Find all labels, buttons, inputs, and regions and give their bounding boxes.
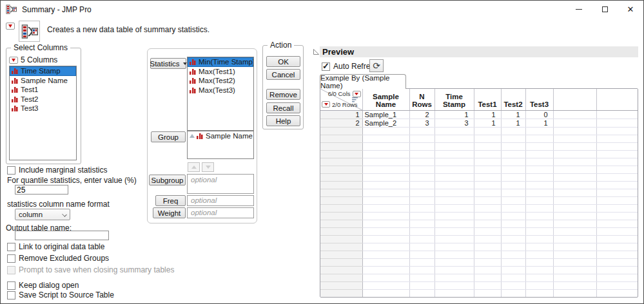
cell-empty	[501, 258, 525, 266]
cell[interactable]: 3	[434, 119, 474, 127]
cell-empty	[596, 189, 638, 196]
column-header-test1[interactable]: Test1	[474, 89, 501, 110]
cancel-button[interactable]: Cancel	[266, 69, 300, 80]
keep-open-checkbox[interactable]	[7, 281, 15, 290]
cell-empty	[434, 150, 474, 158]
subgroup-dropzone[interactable]: optional	[187, 174, 254, 194]
cell[interactable]: 2	[409, 110, 434, 119]
cell-empty	[362, 166, 409, 173]
group-button[interactable]: Group	[151, 131, 186, 142]
output-table-input[interactable]	[15, 231, 109, 240]
cell-empty	[501, 227, 525, 235]
table-row-empty	[320, 281, 638, 289]
cell-empty	[553, 266, 596, 274]
save-script-checkbox[interactable]	[7, 291, 15, 299]
cell-empty	[553, 243, 596, 251]
maximize-button[interactable]	[592, 1, 618, 18]
summary-platform-icon-button[interactable]	[19, 21, 40, 42]
cell-empty	[409, 196, 434, 204]
row-number	[320, 135, 362, 142]
platform-red-triangle-menu[interactable]	[6, 23, 15, 30]
recall-button[interactable]: Recall	[266, 102, 300, 113]
columns-menu[interactable]: 5 Columns	[9, 55, 57, 64]
table-corner[interactable]: 6/0 Cols 2/0 Rows	[320, 89, 362, 110]
columns-menu-red-triangle[interactable]	[353, 91, 361, 97]
columns-red-triangle-icon	[9, 57, 18, 64]
column-header-test2[interactable]: Test2	[501, 89, 525, 110]
table-row-empty	[320, 243, 638, 251]
quantile-input[interactable]	[15, 185, 68, 195]
cell-empty	[525, 251, 553, 258]
remove-button[interactable]: Remove	[266, 89, 300, 100]
statistics-menu-button[interactable]: Statistics	[150, 58, 186, 69]
column-item-sample-name[interactable]: Sample Name	[10, 76, 76, 86]
column-item-test2[interactable]: Test2	[10, 95, 76, 104]
column-item-test3[interactable]: Test3	[10, 104, 76, 113]
move-up-button[interactable]	[188, 162, 200, 172]
cell[interactable]: 1	[474, 119, 501, 127]
ok-button[interactable]: OK	[266, 56, 300, 67]
cell-empty	[596, 204, 638, 212]
include-marginal-checkbox[interactable]	[7, 166, 15, 175]
table-row[interactable]: 2 Sample_2 3 3 1 1 1	[320, 119, 638, 127]
histogram-column-icon	[12, 77, 18, 84]
weight-button[interactable]: Weight	[153, 207, 186, 218]
cell-empty	[525, 189, 553, 196]
close-button[interactable]: ✕	[618, 1, 643, 18]
cell[interactable]: 1	[525, 119, 553, 127]
column-item-time-stamp[interactable]: Time Stamp	[10, 66, 76, 76]
tab-example-by-sample-name[interactable]: Example By (Sample Name)	[320, 74, 406, 89]
cell-empty	[501, 220, 525, 227]
preview-disclosure-icon[interactable]	[313, 48, 320, 55]
rows-menu-red-triangle[interactable]	[322, 101, 330, 108]
auto-refresh-checkbox[interactable]	[322, 62, 330, 71]
name-format-dropdown[interactable]: column	[15, 209, 70, 220]
statistics-item[interactable]: Max(Test2)	[188, 76, 253, 86]
column-header-sample-name[interactable]: Sample Name	[362, 89, 409, 110]
table-header-row: 6/0 Cols 2/0 Rows Sample Name N Rows Tim…	[320, 89, 638, 110]
move-down-button[interactable]	[202, 162, 214, 172]
cell[interactable]: 1	[434, 110, 474, 119]
include-marginal-checkbox-row: Include marginal statistics	[7, 166, 107, 175]
cell[interactable]: Sample_2	[362, 119, 409, 127]
cell-empty	[362, 150, 409, 158]
statistics-item[interactable]: Min(Time Stamp)	[188, 57, 253, 67]
statistics-item[interactable]: Max(Test3)	[188, 86, 253, 95]
table-row-empty	[320, 274, 638, 281]
column-item-test1[interactable]: Test1	[10, 85, 76, 95]
link-checkbox[interactable]	[7, 243, 15, 251]
row-number	[320, 150, 362, 158]
cell[interactable]: 1	[474, 110, 501, 119]
column-header-n-rows[interactable]: N Rows	[409, 89, 434, 110]
refresh-button[interactable]: ⟳	[369, 59, 384, 72]
row-number[interactable]: 2	[320, 119, 362, 127]
column-header-test3[interactable]: Test3	[525, 89, 553, 110]
cell[interactable]: 0	[525, 110, 553, 119]
freq-button-label: Freq	[163, 197, 179, 205]
refresh-icon: ⟳	[373, 61, 380, 71]
cell-empty	[474, 235, 501, 243]
table-row[interactable]: 1 Sample_1 2 1 1 1 0	[320, 110, 638, 119]
statistics-button-label: Statistics	[150, 60, 180, 68]
group-list: Sample Name	[187, 131, 254, 159]
table-row-empty	[320, 289, 638, 297]
cell[interactable]: 1	[501, 110, 525, 119]
help-button[interactable]: Help	[266, 115, 300, 126]
cell[interactable]: 3	[409, 119, 434, 127]
cell-empty	[501, 235, 525, 243]
column-header-time-stamp[interactable]: Time Stamp	[434, 89, 474, 110]
remove-excluded-checkbox[interactable]	[7, 254, 15, 263]
minimize-button[interactable]	[566, 1, 592, 18]
cell[interactable]: Sample_1	[362, 110, 409, 119]
table-row-empty	[320, 135, 638, 142]
freq-dropzone[interactable]: optional	[187, 195, 254, 206]
subgroup-button[interactable]: Subgroup	[149, 175, 186, 185]
cell-empty	[409, 258, 434, 266]
group-item-sample-name[interactable]: Sample Name	[188, 131, 253, 141]
statistics-item[interactable]: Max(Test1)	[188, 67, 253, 77]
cell[interactable]: 1	[501, 119, 525, 127]
weight-dropzone[interactable]: optional	[187, 207, 254, 218]
cell-empty	[553, 289, 596, 297]
freq-button[interactable]: Freq	[155, 195, 186, 206]
row-number[interactable]: 1	[320, 110, 362, 119]
